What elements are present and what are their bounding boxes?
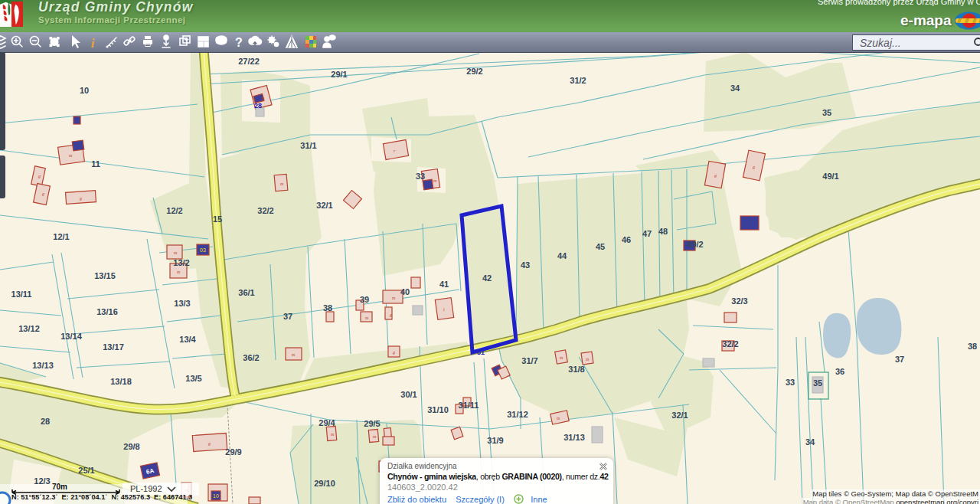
svg-text:03: 03 xyxy=(200,247,206,253)
svg-text:m: m xyxy=(392,296,396,300)
svg-text:m: m xyxy=(557,416,560,421)
svg-text:m: m xyxy=(69,153,73,158)
svg-text:45: 45 xyxy=(596,242,605,251)
svg-text:33: 33 xyxy=(416,172,425,181)
svg-text:13/17: 13/17 xyxy=(103,342,124,352)
svg-text:m: m xyxy=(373,434,377,439)
svg-text:32/2: 32/2 xyxy=(257,206,273,215)
svg-text:g: g xyxy=(714,173,717,178)
svg-text:31/12: 31/12 xyxy=(507,410,528,419)
svg-text:36: 36 xyxy=(835,367,844,376)
svg-text:15: 15 xyxy=(213,214,222,224)
svg-text:g: g xyxy=(393,350,395,355)
svg-text:70m: 70m xyxy=(52,483,67,491)
svg-text:m: m xyxy=(292,352,296,357)
svg-text:44: 44 xyxy=(557,251,567,260)
svg-text:38: 38 xyxy=(323,303,332,313)
svg-text:31/13: 31/13 xyxy=(564,433,585,442)
svg-text:49/1: 49/1 xyxy=(822,172,838,181)
svg-text:m: m xyxy=(174,250,178,255)
svg-text:27/22: 27/22 xyxy=(238,57,260,66)
svg-text:31/2: 31/2 xyxy=(570,76,586,85)
svg-text:29/8: 29/8 xyxy=(123,442,139,451)
svg-text:42: 42 xyxy=(482,273,492,283)
svg-text:m: m xyxy=(280,182,284,186)
svg-text:28: 28 xyxy=(41,417,50,426)
svg-text:31/1: 31/1 xyxy=(300,141,316,150)
svg-text:10: 10 xyxy=(213,493,219,499)
svg-text:10: 10 xyxy=(80,86,89,95)
svg-text:28: 28 xyxy=(254,102,262,110)
svg-text:30/1: 30/1 xyxy=(400,390,416,399)
svg-text:13/5: 13/5 xyxy=(185,374,201,383)
svg-text:31/9: 31/9 xyxy=(487,436,503,445)
svg-text:g: g xyxy=(38,174,41,178)
svg-text:32/3: 32/3 xyxy=(731,296,747,306)
svg-text:38: 38 xyxy=(968,342,977,351)
svg-text:35: 35 xyxy=(822,108,831,117)
svg-text:m: m xyxy=(177,270,181,274)
svg-text:40: 40 xyxy=(400,287,410,296)
svg-text:g: g xyxy=(390,313,392,317)
svg-text:37: 37 xyxy=(895,355,904,364)
svg-text:g: g xyxy=(208,441,211,446)
svg-text:13/13: 13/13 xyxy=(32,361,54,370)
svg-text:46: 46 xyxy=(622,235,631,244)
svg-text:32/2: 32/2 xyxy=(722,339,738,349)
svg-text:36/1: 36/1 xyxy=(238,288,254,297)
svg-text:13/14: 13/14 xyxy=(60,332,82,341)
svg-text:13/12: 13/12 xyxy=(18,324,40,333)
svg-text:13/16: 13/16 xyxy=(96,307,118,316)
svg-text:11: 11 xyxy=(91,159,100,169)
svg-text:12/1: 12/1 xyxy=(53,232,69,241)
svg-text:13/3: 13/3 xyxy=(174,299,190,308)
svg-text:36/2: 36/2 xyxy=(243,353,259,362)
svg-text:29/5: 29/5 xyxy=(364,419,380,428)
svg-text:29/1: 29/1 xyxy=(331,70,347,79)
svg-text:g: g xyxy=(80,196,82,201)
svg-text:13/4: 13/4 xyxy=(179,335,196,344)
svg-text:37: 37 xyxy=(283,312,292,321)
svg-text:g: g xyxy=(753,165,755,169)
svg-text:m: m xyxy=(433,178,437,183)
svg-text:29/4: 29/4 xyxy=(318,418,335,427)
svg-text:29/9: 29/9 xyxy=(225,447,241,457)
svg-text:m: m xyxy=(365,316,369,320)
svg-text:31/11: 31/11 xyxy=(459,401,479,410)
svg-text:34: 34 xyxy=(805,437,815,447)
svg-text:12/2: 12/2 xyxy=(166,206,182,215)
svg-text:m: m xyxy=(560,355,564,360)
svg-text:m: m xyxy=(261,96,265,100)
svg-text:41: 41 xyxy=(439,280,449,289)
svg-text:13/15: 13/15 xyxy=(94,271,116,280)
svg-text:25/1: 25/1 xyxy=(78,466,94,475)
svg-text:39: 39 xyxy=(360,295,369,304)
svg-text:33: 33 xyxy=(786,378,795,387)
svg-text:13/2: 13/2 xyxy=(173,258,189,267)
svg-text:29/2: 29/2 xyxy=(466,67,482,76)
svg-text:31/7: 31/7 xyxy=(521,356,537,365)
svg-text:31/10: 31/10 xyxy=(427,405,449,414)
svg-text:32/1: 32/1 xyxy=(316,201,332,210)
svg-text:49/2: 49/2 xyxy=(687,240,703,249)
svg-text:m: m xyxy=(331,432,335,437)
svg-text:?: ? xyxy=(235,36,243,49)
svg-text:31/8: 31/8 xyxy=(568,365,584,374)
svg-text:g: g xyxy=(42,191,44,196)
svg-text:81: 81 xyxy=(477,349,485,356)
svg-text:13/11: 13/11 xyxy=(11,290,32,299)
svg-text:43: 43 xyxy=(521,260,530,270)
svg-text:48: 48 xyxy=(658,227,668,236)
svg-text:m: m xyxy=(586,357,590,362)
svg-text:32/1: 32/1 xyxy=(671,411,688,420)
svg-text:34: 34 xyxy=(730,83,740,93)
svg-text:47: 47 xyxy=(642,229,652,238)
svg-text:29/10: 29/10 xyxy=(314,479,335,488)
svg-text:i: i xyxy=(91,36,95,51)
svg-text:35: 35 xyxy=(813,378,822,388)
svg-text:13/18: 13/18 xyxy=(110,377,132,386)
